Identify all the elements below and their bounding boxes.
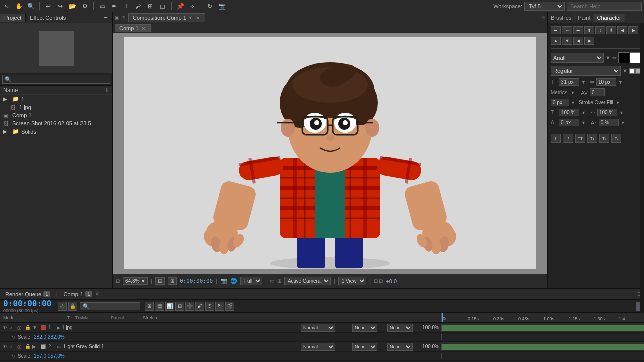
tab-brushes[interactable]: Brushes — [548, 14, 575, 22]
baseline-down[interactable]: ▼ — [581, 120, 586, 125]
refresh-btn[interactable]: ↻ — [215, 302, 224, 311]
tab-comp1-timeline[interactable]: Comp 1 1 ✕ — [61, 291, 103, 298]
font-family-select[interactable]: Arial — [551, 53, 604, 63]
folder-open-icon[interactable]: 📂 — [68, 2, 77, 11]
camera-icon[interactable]: 📷 — [217, 2, 226, 11]
undo-icon[interactable]: ↩ — [44, 2, 53, 11]
align-bottom-btn[interactable]: ⬇ — [606, 26, 616, 34]
tab-paint[interactable]: Paint — [575, 14, 594, 22]
pin-tool-icon[interactable]: 📌 — [176, 2, 185, 11]
align-right-btn[interactable]: ➡ — [573, 26, 583, 34]
list-item[interactable]: ▶ 📁 Solids — [0, 127, 112, 136]
typo-caps-btn[interactable]: TT — [575, 134, 585, 143]
settings-icon[interactable]: ⚙ — [80, 2, 89, 11]
track-1-expand[interactable]: ▶ — [57, 325, 60, 330]
motion-btn[interactable]: ⏱ — [205, 302, 214, 311]
align-para-left-btn[interactable]: ▲ — [551, 37, 561, 45]
globe-icon[interactable]: 🌐 — [230, 278, 237, 284]
tab-character[interactable]: Character — [594, 14, 624, 22]
puppet-tool-icon[interactable]: ⟡ — [188, 2, 197, 11]
sort-icon[interactable]: ⇅ — [105, 87, 109, 93]
workspace-dropdown[interactable]: Tyf 5 — [524, 2, 565, 11]
arrow-tool-icon[interactable]: ↖ — [2, 2, 11, 11]
layer-btn[interactable]: ▤ — [155, 302, 164, 311]
lead-down[interactable]: ▼ — [581, 110, 586, 115]
comp-connect-btn[interactable]: ⊞ — [145, 302, 154, 311]
track-2-trkmat[interactable]: None — [352, 343, 377, 351]
tsumi-input[interactable]: 0 — [590, 88, 605, 96]
current-time-display[interactable]: 0:00:00:00 — [3, 299, 51, 308]
font-size-input[interactable]: 31 px — [559, 78, 579, 86]
skew-input[interactable] — [599, 119, 619, 126]
track-1-solo[interactable]: ◎ — [17, 325, 23, 330]
stroke-options-down[interactable]: ▼ — [616, 100, 620, 105]
zoom-tool-icon[interactable]: 🔍 — [26, 2, 35, 11]
typo-super-btn[interactable]: Ts — [599, 134, 609, 143]
track-1-eye[interactable]: 👁 — [2, 325, 8, 330]
redo-icon[interactable]: ↪ — [56, 2, 65, 11]
align-para-center-btn[interactable]: ▼ — [562, 37, 572, 45]
align-full-btn[interactable]: ▶ — [628, 26, 638, 34]
tracking-down[interactable]: ▼ — [618, 80, 623, 85]
fill-color-swatch[interactable] — [618, 52, 629, 63]
comp1-tab-close[interactable]: ✕ — [94, 291, 100, 297]
add-layer-btn[interactable]: ➕ — [185, 302, 194, 311]
typo-italic-btn[interactable]: T — [563, 134, 573, 143]
stroke-color-swatch[interactable] — [630, 52, 641, 63]
stroke-size-input[interactable] — [551, 99, 569, 106]
style-dropdown-icon[interactable]: ▼ — [622, 68, 628, 74]
list-item[interactable]: ▶ 📁 1 — [0, 95, 112, 103]
track-1-collapse[interactable]: ▼ — [32, 325, 38, 330]
align-para-right-btn[interactable]: ◀ — [573, 37, 583, 45]
project-search-input[interactable] — [2, 75, 110, 84]
align-justify-btn[interactable]: ◀ — [617, 26, 627, 34]
region-icon[interactable]: ▭ — [270, 278, 274, 284]
tile-icon[interactable]: ⊞ — [277, 278, 281, 284]
track-1-color-box[interactable] — [41, 325, 46, 330]
track-1-bar[interactable] — [442, 325, 644, 331]
search-help-input[interactable] — [567, 2, 642, 11]
rect-tool-icon[interactable]: ▭ — [98, 2, 107, 11]
baseline-input[interactable] — [559, 119, 579, 126]
align-middle-btn[interactable]: ↕ — [595, 26, 605, 34]
timeline-search-input[interactable] — [80, 302, 140, 310]
comp-tab-dropdown[interactable]: ▼ — [188, 15, 193, 20]
viewer-tab-close[interactable]: ✕ — [140, 26, 146, 31]
align-left-btn[interactable]: ⬅ — [551, 26, 561, 34]
graph-btn[interactable]: 📊 — [165, 302, 174, 311]
camera-btn[interactable]: 📷 — [220, 278, 227, 284]
view-options-icons[interactable]: ⊡ ⊡ — [374, 278, 383, 284]
render-btn[interactable]: 🎬 — [225, 302, 234, 311]
stroke-down[interactable]: ▼ — [571, 100, 575, 105]
tracking-input[interactable]: 10 px — [596, 78, 616, 86]
paint-btn[interactable]: 🖌 — [195, 302, 204, 311]
font-style-select[interactable]: Regular — [551, 66, 621, 76]
track-1-audio[interactable]: ♪ — [10, 325, 16, 330]
track-2-parent[interactable]: None — [387, 343, 413, 351]
column-btn[interactable]: ⊟ — [175, 302, 184, 311]
font-edit-icon[interactable]: ✏ — [612, 55, 617, 61]
panel-menu-icon[interactable]: ☰ — [101, 13, 110, 22]
zoom-dropdown-arrow[interactable]: ▼ — [141, 279, 145, 284]
track-2-eye[interactable]: 👁 — [2, 344, 8, 349]
pen-tool-icon[interactable]: ✒ — [110, 2, 119, 11]
track-2-bar[interactable] — [442, 344, 644, 350]
font-size-down[interactable]: ▼ — [581, 80, 586, 85]
quality-select[interactable]: Full — [240, 277, 262, 285]
stamp-icon[interactable]: ⊞ — [146, 2, 155, 11]
orbit-icon[interactable]: ↻ — [205, 2, 214, 11]
sub-track-1-value[interactable]: 282,0,282,0% — [34, 334, 65, 340]
list-item[interactable]: ▣ Comp 1 — [0, 111, 112, 119]
track-2-mode[interactable]: Normal — [301, 343, 335, 351]
typo-smallcaps-btn[interactable]: Tт — [587, 134, 597, 143]
brush-tool-icon[interactable]: 🖌 — [134, 2, 143, 11]
track-2-audio[interactable]: ♪ — [10, 344, 16, 349]
mini-swatch-1[interactable] — [629, 68, 635, 74]
metrics-down[interactable]: ▼ — [570, 90, 575, 95]
hand-tool-icon[interactable]: ✋ — [14, 2, 23, 11]
leading-pct-input[interactable] — [559, 109, 579, 116]
comp-tab-main[interactable]: Composition: Comp 1 ▼ ✕ — [128, 13, 205, 22]
typo-sub-btn[interactable]: T. — [611, 134, 621, 143]
grid-icon[interactable]: ⊞ — [168, 277, 177, 285]
track-1-lock[interactable]: 🔒 — [25, 325, 31, 330]
